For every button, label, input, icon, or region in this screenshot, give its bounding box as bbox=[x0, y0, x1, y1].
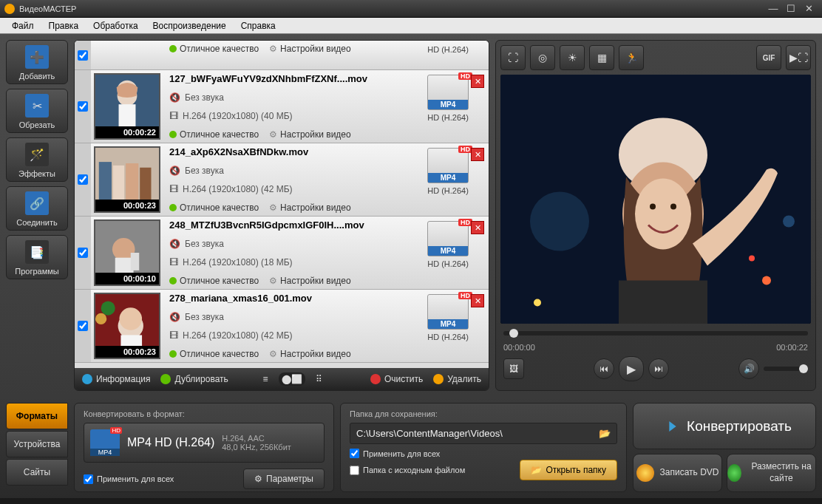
status-dot-icon bbox=[169, 131, 177, 138]
menu-edit[interactable]: Правка bbox=[41, 18, 86, 33]
browse-folder-icon[interactable]: 📂 bbox=[599, 428, 611, 439]
apply-all-output-check[interactable]: Применить для всех bbox=[350, 449, 440, 458]
file-checkbox[interactable] bbox=[75, 290, 91, 362]
output-codec: HD (H.264) bbox=[427, 113, 469, 122]
video-settings-link[interactable]: ⚙Настройки видео bbox=[269, 129, 351, 140]
gif-button[interactable]: GIF bbox=[756, 45, 781, 70]
output-codec: HD (H.264) bbox=[427, 259, 469, 268]
file-row[interactable]: 00:00:23 214_aXp6X2NsaXBfNDkw.mov 🔇Без з… bbox=[75, 143, 489, 217]
timeline[interactable] bbox=[500, 327, 811, 340]
output-path-field[interactable]: C:\Users\ContentManager\Videos\ 📂 bbox=[350, 423, 617, 444]
sidebar-add-button[interactable]: ➕Добавить bbox=[6, 40, 68, 84]
apps-icon: 📑 bbox=[25, 240, 49, 264]
remove-file-button[interactable]: ✕ bbox=[471, 148, 484, 161]
output-format-badge[interactable]: HDMP4 bbox=[427, 294, 469, 330]
output-format-badge[interactable]: HDMP4 bbox=[427, 75, 469, 110]
remove-file-button[interactable]: ✕ bbox=[471, 75, 484, 88]
enhance-icon[interactable]: ◎ bbox=[530, 45, 555, 70]
menu-file[interactable]: Файл bbox=[4, 18, 41, 33]
minimize-button[interactable]: — bbox=[764, 3, 782, 14]
file-row[interactable]: 00:00:07 Отличное качество ⚙Настройки ви… bbox=[75, 41, 489, 70]
file-row[interactable]: 00:00:22 127_bWFyaWFuYV9zdXNhbmFfZXNf...… bbox=[75, 70, 489, 143]
convert-button[interactable]: Конвертировать bbox=[633, 403, 816, 449]
file-thumbnail[interactable]: 00:00:23 bbox=[94, 293, 160, 359]
sidebar-cut-button[interactable]: ✂Обрезать bbox=[6, 89, 68, 133]
crop-icon[interactable]: ⛶ bbox=[500, 45, 526, 70]
tab-devices[interactable]: Устройства bbox=[6, 431, 68, 457]
menu-playback[interactable]: Воспроизведение bbox=[146, 18, 234, 33]
format-selector[interactable]: HD MP4 MP4 HD (H.264) H.264, AAC 48,0 KH… bbox=[84, 423, 325, 463]
sidebar-effects-button[interactable]: 🪄Эффекты bbox=[6, 137, 68, 182]
file-checkbox[interactable] bbox=[75, 70, 91, 143]
source-folder-check[interactable]: Папка с исходным файлом bbox=[350, 466, 465, 475]
quality-indicator[interactable]: Отличное качество bbox=[169, 129, 259, 140]
svg-rect-10 bbox=[140, 168, 151, 205]
snapshot-button[interactable]: 🖼 bbox=[503, 358, 524, 379]
burn-dvd-button[interactable]: Записать DVD bbox=[633, 454, 722, 492]
file-thumbnail[interactable]: 00:00:22 bbox=[94, 73, 160, 140]
close-button[interactable]: ✕ bbox=[800, 3, 818, 14]
speaker-icon: 🔇 bbox=[169, 92, 180, 103]
view-grid-icon[interactable]: ⠿ bbox=[316, 374, 322, 384]
volume-button[interactable]: 🔊 bbox=[738, 358, 759, 379]
quality-indicator[interactable]: Отличное качество bbox=[169, 44, 259, 54]
maximize-button[interactable]: ☐ bbox=[782, 3, 800, 14]
file-format: 🎞H.264 (1920x1080) (42 МБ) bbox=[169, 184, 401, 194]
tab-sites[interactable]: Сайты bbox=[6, 459, 68, 486]
quality-indicator[interactable]: Отличное качество bbox=[169, 202, 259, 213]
apply-all-format-check[interactable]: Применить для всех bbox=[84, 474, 174, 484]
sidebar-label: Соединить bbox=[16, 218, 58, 227]
remove-file-button[interactable]: ✕ bbox=[471, 221, 484, 234]
open-folder-button[interactable]: 📂Открыть папку bbox=[520, 460, 617, 480]
video-settings-link[interactable]: ⚙Настройки видео bbox=[269, 44, 351, 54]
remove-file-button[interactable]: ✕ bbox=[471, 294, 484, 307]
file-checkbox[interactable] bbox=[75, 143, 91, 216]
timeline-track[interactable] bbox=[503, 331, 808, 336]
sidebar-programs-button[interactable]: 📑Программы bbox=[6, 235, 68, 279]
file-name: 214_aXp6X2NsaXBfNDkw.mov bbox=[169, 146, 401, 157]
sidebar-join-button[interactable]: 🔗Соединить bbox=[6, 186, 68, 231]
frame-icon[interactable]: ▦ bbox=[589, 45, 614, 70]
delete-button[interactable]: Удалить bbox=[433, 374, 481, 384]
video-settings-link[interactable]: ⚙Настройки видео bbox=[269, 202, 351, 213]
folder-icon: 📂 bbox=[531, 465, 542, 475]
prev-button[interactable]: ⏮ bbox=[594, 358, 614, 379]
video-settings-link[interactable]: ⚙Настройки видео bbox=[269, 276, 351, 286]
quality-indicator[interactable]: Отличное качество bbox=[169, 276, 259, 286]
video-preview[interactable] bbox=[500, 75, 811, 324]
status-dot-icon bbox=[169, 350, 177, 358]
gear-icon: ⚙ bbox=[269, 349, 277, 359]
tab-formats[interactable]: Форматы bbox=[6, 403, 68, 429]
file-thumbnail[interactable]: 00:00:10 bbox=[94, 219, 160, 286]
upload-button[interactable]: Разместить на сайте bbox=[727, 454, 816, 492]
view-toggle[interactable]: ⬤⬜ bbox=[279, 372, 305, 386]
file-thumbnail[interactable]: 00:00:23 bbox=[94, 146, 160, 213]
file-checkbox[interactable] bbox=[75, 217, 91, 289]
file-row[interactable]: 00:00:10 248_MTZfU3BvcnR5IGdpcmxIGF0IH..… bbox=[75, 217, 489, 290]
brightness-icon[interactable]: ☀ bbox=[560, 45, 585, 70]
file-checkbox[interactable] bbox=[75, 41, 91, 69]
video-settings-link[interactable]: ⚙Настройки видео bbox=[269, 349, 351, 359]
output-format-badge[interactable]: HDMP4 bbox=[427, 221, 469, 256]
next-button[interactable]: ⏭ bbox=[648, 358, 669, 379]
file-audio: 🔇Без звука bbox=[169, 166, 401, 176]
fullscreen-icon[interactable]: ▶⛶ bbox=[786, 45, 811, 70]
speed-icon[interactable]: 🏃 bbox=[619, 45, 644, 70]
output-format-badge[interactable]: HDMP4 bbox=[427, 148, 469, 183]
filelist[interactable]: 00:00:07 Отличное качество ⚙Настройки ви… bbox=[75, 41, 489, 368]
duplicate-button[interactable]: Дублировать bbox=[160, 374, 228, 384]
file-row[interactable]: 00:00:23 278_mariana_xmas16_001.mov 🔇Без… bbox=[75, 290, 489, 363]
clear-button[interactable]: Очистить bbox=[370, 374, 423, 384]
menu-help[interactable]: Справка bbox=[234, 18, 283, 33]
volume-knob[interactable] bbox=[799, 364, 808, 373]
info-button[interactable]: Информация bbox=[82, 374, 150, 384]
scissors-icon: ✂ bbox=[25, 94, 49, 118]
play-button[interactable]: ▶ bbox=[619, 356, 644, 381]
params-button[interactable]: ⚙Параметры bbox=[243, 469, 325, 489]
menu-process[interactable]: Обработка bbox=[86, 18, 146, 33]
preview-toolbar: ⛶ ◎ ☀ ▦ 🏃 GIF ▶⛶ bbox=[500, 45, 811, 70]
quality-indicator[interactable]: Отличное качество bbox=[169, 349, 259, 359]
timeline-knob[interactable] bbox=[509, 329, 518, 338]
volume-slider[interactable] bbox=[764, 367, 808, 371]
view-list-icon[interactable]: ≡ bbox=[263, 374, 268, 384]
